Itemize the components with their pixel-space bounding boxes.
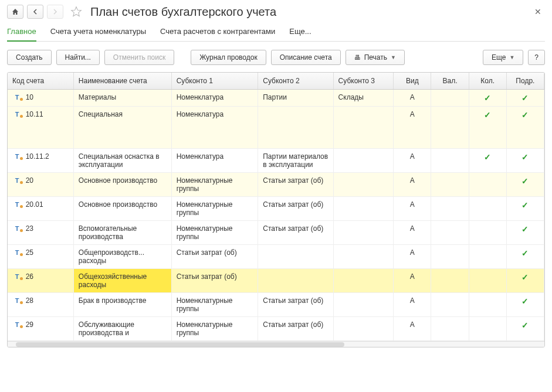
table-header-row: Код счета Наименование счета Субконто 1 … [8, 73, 544, 90]
cell-subkonto3 [333, 221, 394, 245]
cell-name: Вспомогательные производства [73, 221, 171, 245]
check-icon: ✓ [474, 110, 502, 120]
cell-vid: А [394, 245, 431, 269]
chevron-down-icon: ▼ [391, 54, 396, 60]
cell-code: T 28 [8, 293, 73, 317]
cell-kol [469, 317, 506, 341]
cell-subkonto1: Номенклатура [171, 149, 258, 173]
cell-name: Брак в производстве [73, 293, 171, 317]
home-button[interactable] [7, 5, 23, 19]
col-header-subkonto2[interactable]: Субконто 2 [258, 73, 333, 90]
help-button[interactable]: ? [528, 50, 545, 65]
cell-code: T 23 [8, 221, 73, 245]
tab-counterparty-accounts[interactable]: Счета расчетов с контрагентами [160, 25, 275, 41]
col-header-name[interactable]: Наименование счета [73, 73, 171, 90]
check-icon: ✓ [512, 93, 539, 103]
check-icon: ✓ [512, 272, 539, 282]
table-row[interactable]: T 10.11СпециальнаяНоменклатураА✓✓ [8, 107, 544, 149]
find-button[interactable]: Найти... [56, 50, 100, 65]
chevron-down-icon: ▼ [509, 54, 514, 60]
cell-kol [469, 197, 506, 221]
cell-subkonto3 [333, 197, 394, 221]
cancel-search-button[interactable]: Отменить поиск [104, 50, 174, 65]
table-row[interactable]: T 10.11.2Специальная оснастка в эксплуат… [8, 149, 544, 173]
col-header-vid[interactable]: Вид [394, 73, 431, 90]
describe-account-button[interactable]: Описание счета [271, 50, 341, 65]
col-header-subkonto3[interactable]: Субконто 3 [333, 73, 394, 90]
toolbar: Создать Найти... Отменить поиск Журнал п… [7, 50, 545, 65]
cell-kol: ✓ [469, 149, 506, 173]
cell-code: T 10 [8, 90, 73, 107]
t-account-icon: T [12, 111, 22, 118]
cell-podr: ✓ [506, 269, 544, 293]
table-row[interactable]: T 23Вспомогательные производстваНоменкла… [8, 221, 544, 245]
cell-val [431, 317, 469, 341]
t-account-icon: T [12, 249, 22, 256]
table-row[interactable]: T 25Общепроизводств... расходыСтатьи зат… [8, 245, 544, 269]
accounts-table-wrap: Код счета Наименование счета Субконто 1 … [7, 72, 545, 347]
t-account-icon: T [12, 297, 22, 304]
col-header-podr[interactable]: Подр. [506, 73, 544, 90]
cell-vid: А [394, 317, 431, 341]
table-row[interactable]: T 20.01Основное производствоНоменклатурн… [8, 197, 544, 221]
tab-nomenclature-accounts[interactable]: Счета учета номенклатуры [50, 25, 146, 41]
col-header-kol[interactable]: Кол. [469, 73, 506, 90]
cell-vid: А [394, 269, 431, 293]
check-icon: ✓ [512, 200, 539, 210]
cell-kol [469, 293, 506, 317]
print-button[interactable]: 🖶 Печать ▼ [346, 50, 405, 65]
cell-subkonto1: Номенклатурные группы [171, 293, 258, 317]
cell-subkonto1: Номенклатура [171, 90, 258, 107]
favorite-star-icon[interactable] [70, 6, 82, 18]
col-header-val[interactable]: Вал. [431, 73, 469, 90]
cell-val [431, 245, 469, 269]
t-account-icon: T [12, 94, 22, 101]
tab-more[interactable]: Еще... [289, 25, 311, 41]
topbar: План счетов бухгалтерского учета ✕ [7, 5, 545, 19]
cell-vid: А [394, 149, 431, 173]
cell-kol [469, 173, 506, 197]
cell-name: Общехозяйственные расходы [73, 269, 171, 293]
table-row[interactable]: T 10МатериалыНоменклатураПартииСкладыА✓✓ [8, 90, 544, 107]
table-row[interactable]: T 26Общехозяйственные расходыСтатьи затр… [8, 269, 544, 293]
tab-main[interactable]: Главное [7, 25, 36, 42]
cell-code: T 20.01 [8, 197, 73, 221]
cell-kol [469, 221, 506, 245]
create-button[interactable]: Создать [7, 50, 52, 65]
cell-name: Общепроизводств... расходы [73, 245, 171, 269]
check-icon: ✓ [474, 152, 502, 162]
cell-kol [469, 269, 506, 293]
cell-vid: А [394, 90, 431, 107]
col-header-subkonto1[interactable]: Субконто 1 [171, 73, 258, 90]
cell-vid: А [394, 173, 431, 197]
cell-subkonto3 [333, 107, 394, 149]
cell-name: Основное производство [73, 173, 171, 197]
cell-podr: ✓ [506, 317, 544, 341]
check-icon: ✓ [512, 110, 539, 120]
cell-podr: ✓ [506, 173, 544, 197]
close-button[interactable]: ✕ [531, 6, 545, 18]
check-icon: ✓ [512, 152, 539, 162]
cell-val [431, 293, 469, 317]
page-title: План счетов бухгалтерского учета [90, 5, 276, 19]
cell-subkonto2 [258, 269, 333, 293]
cell-podr: ✓ [506, 90, 544, 107]
cell-subkonto2: Партии материалов в эксплуатации [258, 149, 333, 173]
table-row[interactable]: T 20Основное производствоНоменклатурные … [8, 173, 544, 197]
cell-subkonto3 [333, 173, 394, 197]
horizontal-scrollbar[interactable] [8, 341, 544, 347]
forward-button[interactable] [47, 5, 63, 19]
journal-button[interactable]: Журнал проводок [191, 50, 266, 65]
tabs: Главное Счета учета номенклатуры Счета р… [7, 25, 545, 42]
col-header-code[interactable]: Код счета [8, 73, 73, 90]
table-row[interactable]: T 29Обслуживающие производства иНоменкла… [8, 317, 544, 341]
back-button[interactable] [27, 5, 43, 19]
more-button[interactable]: Еще ▼ [483, 50, 523, 65]
cell-subkonto3 [333, 269, 394, 293]
scrollbar-thumb[interactable] [16, 342, 344, 347]
cell-val [431, 197, 469, 221]
cell-subkonto1: Статьи затрат (об) [171, 269, 258, 293]
cell-code: T 10.11.2 [8, 149, 73, 173]
cell-vid: А [394, 197, 431, 221]
table-row[interactable]: T 28Брак в производствеНоменклатурные гр… [8, 293, 544, 317]
